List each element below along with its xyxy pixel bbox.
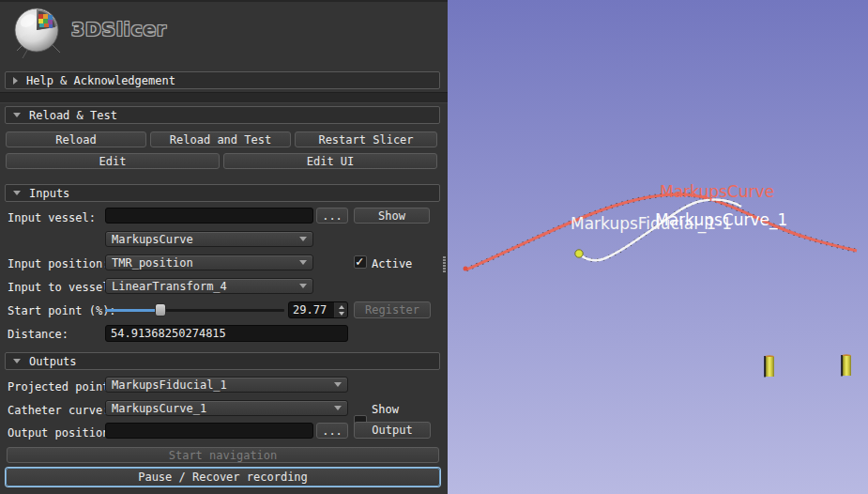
catheter-curve-value: MarkupsCurve_1 <box>112 402 334 415</box>
input-to-vessel-label: Input to vessel: <box>8 281 116 294</box>
active-checkbox[interactable] <box>354 255 367 269</box>
start-point-label: Start point (%): <box>8 304 116 317</box>
viewport-background <box>448 0 868 494</box>
spinbox-arrows[interactable] <box>334 302 347 317</box>
output-position-field[interactable] <box>105 423 313 439</box>
input-vessel-field[interactable] <box>105 208 313 224</box>
collapsed-content-band <box>0 92 448 103</box>
red-curve-node-label: MarkupsCurve <box>660 182 774 201</box>
input-position-combobox[interactable]: TMR_position <box>105 255 313 270</box>
slicer-window: 3DSlicer Help & Acknowledgement Reload &… <box>0 0 868 494</box>
reload-and-test-button[interactable]: Reload and Test <box>150 131 291 147</box>
collapse-icon <box>13 191 21 195</box>
section-outputs[interactable]: Outputs <box>5 352 440 370</box>
start-point-value[interactable] <box>289 302 334 317</box>
spin-down-icon[interactable] <box>339 312 344 316</box>
section-reload-test[interactable]: Reload & Test <box>5 106 440 124</box>
projected-point-value: MarkupsFiducial_1 <box>112 378 334 392</box>
app-title: 3DSlicer <box>71 18 167 40</box>
catheter-curve-combobox[interactable]: MarkupsCurve_1 <box>105 400 348 416</box>
section-reload-label: Reload & Test <box>29 109 117 122</box>
projected-point-label: Projected point: <box>8 380 116 394</box>
chevron-down-icon <box>299 260 307 265</box>
chevron-down-icon <box>334 406 342 410</box>
active-checkbox-label: Active <box>372 257 412 270</box>
show-catheter-label: Show <box>372 403 399 416</box>
output-position-browse-button[interactable]: ... <box>316 423 348 439</box>
section-help-label: Help & Acknowledgement <box>26 74 175 87</box>
section-outputs-label: Outputs <box>29 355 77 368</box>
restart-slicer-button[interactable]: Restart Slicer <box>295 131 437 147</box>
distance-field[interactable] <box>105 325 348 342</box>
spin-up-icon[interactable] <box>339 305 344 309</box>
input-vessel-label: Input vessel: <box>8 211 96 224</box>
output-position-label: Output position: <box>8 426 116 440</box>
edit-ui-button[interactable]: Edit UI <box>223 153 437 169</box>
catheter-curve-label: Catheter curve: <box>8 404 109 417</box>
slider-fill <box>105 309 159 312</box>
vessel-type-combobox[interactable]: MarkupsCurve <box>105 231 313 247</box>
output-button[interactable]: Output <box>354 422 431 439</box>
section-inputs[interactable]: Inputs <box>5 184 440 202</box>
input-vessel-show-button[interactable]: Show <box>354 208 430 224</box>
slider-handle[interactable] <box>155 303 166 316</box>
vessel-type-value: MarkupsCurve <box>112 233 299 246</box>
distance-label: Distance: <box>8 328 69 341</box>
panel-splitter-handle[interactable] <box>443 256 446 272</box>
edit-button[interactable]: Edit <box>6 153 220 169</box>
chevron-down-icon <box>299 237 307 241</box>
input-position-value: TMR_position <box>112 256 299 270</box>
slicer-logo <box>9 2 68 62</box>
white-curve-node-label: MarkupsCurve_1 <box>655 210 787 230</box>
input-position-label: Input position: <box>8 257 109 270</box>
catheter-cylinder-left[interactable] <box>764 355 774 377</box>
catheter-cylinder-right[interactable] <box>841 354 851 376</box>
projected-point-combobox[interactable]: MarkupsFiducial_1 <box>105 377 348 393</box>
expand-icon <box>13 77 18 85</box>
collapse-icon <box>13 113 21 117</box>
threed-viewport[interactable]: MarkupsFiducial_1-1 MarkupsCurve_1 Marku… <box>448 0 868 494</box>
input-vessel-browse-button[interactable]: ... <box>316 208 348 224</box>
register-button[interactable]: Register <box>354 301 431 318</box>
reload-button[interactable]: Reload <box>6 131 146 147</box>
chevron-down-icon <box>299 284 307 288</box>
collapse-icon <box>13 359 21 363</box>
pause-recover-button[interactable]: Pause / Recover recording <box>6 468 440 486</box>
chevron-down-icon <box>334 382 342 387</box>
section-inputs-label: Inputs <box>29 187 69 200</box>
start-point-spinbox[interactable] <box>288 301 348 318</box>
section-help-acknowledgement[interactable]: Help & Acknowledgement <box>5 71 440 89</box>
start-point-slider[interactable] <box>105 303 284 316</box>
input-to-vessel-combobox[interactable]: LinearTransform_4 <box>105 278 313 294</box>
start-navigation-button[interactable]: Start navigation <box>7 447 439 463</box>
red-curve-endpoint[interactable] <box>464 267 468 271</box>
input-to-vessel-value: LinearTransform_4 <box>112 280 299 293</box>
module-panel: 3DSlicer Help & Acknowledgement Reload &… <box>0 0 448 494</box>
fiducial-point[interactable] <box>575 250 583 257</box>
